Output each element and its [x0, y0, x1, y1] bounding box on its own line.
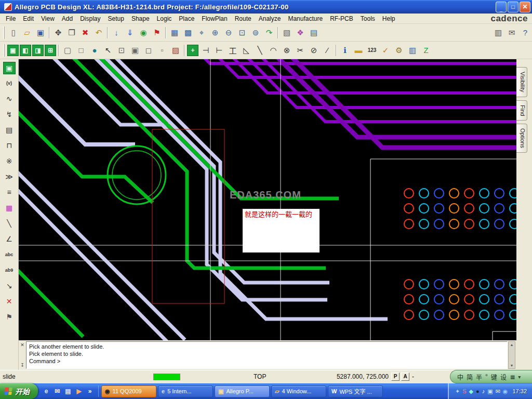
grid-toggle-icon[interactable]: ▦	[168, 26, 181, 39]
menu-logic[interactable]: Logic	[153, 14, 176, 23]
ime-button-简[interactable]: 简	[466, 373, 473, 381]
component-icon[interactable]: ⊓	[3, 139, 16, 152]
update-symbols-icon[interactable]: ⊞	[45, 45, 56, 56]
zoom-world-icon[interactable]: ⊚	[249, 26, 262, 39]
shape-frame-icon[interactable]: ⊡	[115, 44, 128, 57]
save-drawing-icon[interactable]: ▣	[34, 26, 47, 39]
anchor-pin-icon[interactable]: ⚑	[3, 310, 16, 324]
place-manual-icon[interactable]: ▣	[7, 45, 19, 56]
minimize-button[interactable]: _	[496, 2, 507, 12]
side-tab-visibility[interactable]: Visibility	[516, 67, 527, 97]
show-measure-icon[interactable]: ▬	[352, 44, 365, 57]
cross-section-icon[interactable]: ▤	[308, 26, 320, 39]
plot-icon[interactable]: ▥	[492, 26, 504, 39]
console-scrollbar[interactable]: ▲ ▼	[508, 341, 515, 369]
toolbar-grip[interactable]	[3, 26, 5, 39]
delete-icon[interactable]: ✖	[79, 26, 91, 39]
pick-mode-button[interactable]: P	[391, 373, 400, 381]
task-button[interactable]: e5 Intern...	[158, 385, 213, 397]
move-icon[interactable]: ✥	[52, 26, 64, 39]
menu-add[interactable]: Add	[58, 14, 76, 23]
zoom-points-icon[interactable]: ⌖	[195, 26, 208, 39]
outlook-icon[interactable]: ✉	[52, 387, 62, 396]
ripup-down-icon[interactable]: ↓	[110, 26, 123, 39]
add-rect-icon[interactable]: □	[75, 44, 87, 57]
circle-cut-icon[interactable]: ⊗	[281, 44, 293, 57]
new-drawing-icon[interactable]: ▯	[7, 26, 20, 39]
dimension-icon[interactable]: ∠	[3, 232, 16, 246]
tray-mail-icon[interactable]: ✉	[496, 388, 500, 395]
shape-edit-icon[interactable]: ▫	[156, 44, 168, 57]
add-connect-icon[interactable]: +	[187, 45, 198, 56]
command-console[interactable]: ✕ ↧ Pick another element to slide.Pick e…	[19, 340, 516, 370]
tray-volume-icon[interactable]: ♪	[482, 388, 485, 394]
zoom-fit-icon[interactable]: ⊡	[236, 26, 248, 39]
maximize-button[interactable]: □	[508, 2, 518, 12]
grid-snap-icon[interactable]: ▩	[182, 26, 194, 39]
text-ab9-icon[interactable]: ab9	[3, 263, 16, 277]
close-button[interactable]: ✕	[520, 2, 530, 12]
ime-button-设[interactable]: 设	[500, 373, 507, 381]
redo-icon[interactable]: ↷	[263, 26, 275, 39]
menu-shape[interactable]: Shape	[128, 14, 153, 23]
color-grid-icon[interactable]: ▦	[3, 201, 16, 215]
board-view-icon[interactable]: ▣	[3, 62, 16, 74]
open-drawing-icon[interactable]: ▱	[21, 26, 33, 39]
console-close-icon[interactable]: ✕	[20, 342, 24, 348]
layer-columns-icon[interactable]: ▥	[406, 44, 419, 57]
scroll-up-icon[interactable]: ▲	[510, 343, 514, 347]
undo-icon[interactable]: ↶	[92, 26, 105, 39]
console-pin-icon[interactable]: ↧	[20, 363, 24, 368]
add-circle-icon[interactable]: ●	[88, 44, 101, 57]
copy-icon[interactable]: ❐	[65, 26, 78, 39]
delete-tool-icon[interactable]: ✕	[3, 295, 16, 308]
menu-display[interactable]: Display	[76, 14, 104, 23]
show-desktop-icon[interactable]: ▤	[63, 387, 73, 396]
task-button[interactable]: ▱4 Window...	[271, 385, 326, 397]
thermal-relief-icon[interactable]: ▨	[169, 44, 182, 57]
add-rounded-rect-icon[interactable]: ▢	[61, 44, 74, 57]
via-keepout-icon[interactable]: ⊘	[308, 44, 320, 57]
scroll-down-icon[interactable]: ▼	[510, 364, 514, 367]
cut-trace-icon[interactable]: ✂	[294, 44, 307, 57]
tray-safety-icon[interactable]: ◉	[503, 388, 508, 395]
menu-rf-pcb[interactable]: RF-PCB	[326, 14, 357, 23]
color-dialog-icon[interactable]: ❖	[294, 26, 307, 39]
menu-setup[interactable]: Setup	[104, 14, 128, 23]
menu-help[interactable]: Help	[379, 14, 399, 23]
ime-button-°[interactable]: °	[485, 373, 488, 380]
place-quick-icon[interactable]: ◧	[20, 45, 31, 56]
console-output[interactable]: Pick another element to slide.Pick eleme…	[26, 341, 508, 369]
ime-language-bar[interactable]: 中简半°键设▦▾	[450, 370, 532, 383]
net-list-icon[interactable]: ≡	[3, 185, 16, 199]
menu-manufacture[interactable]: Manufacture	[284, 14, 326, 23]
shape-filled-icon[interactable]: ▣	[129, 44, 141, 57]
route-right-icon[interactable]: ⊢	[213, 44, 225, 57]
slant-line-icon[interactable]: ∕	[321, 44, 334, 57]
ratsnest-icon[interactable]: ※	[3, 154, 16, 168]
side-tab-find[interactable]: Find	[516, 100, 527, 121]
shape-void-icon[interactable]: ◻	[142, 44, 155, 57]
tray-network-icon[interactable]: ▣	[487, 388, 493, 395]
slide-route-icon[interactable]: ↘	[3, 279, 16, 292]
line-tool-icon[interactable]: ╲	[3, 217, 16, 230]
task-button[interactable]: WWPS 文字 ...	[328, 385, 383, 397]
tray-qq-icon[interactable]: ●	[476, 388, 480, 394]
toolbar-grip[interactable]	[3, 44, 5, 57]
menu-file[interactable]: File	[2, 14, 19, 23]
menu-place[interactable]: Place	[175, 14, 198, 23]
start-button[interactable]: 开始	[0, 383, 38, 399]
application-mode-button[interactable]: A	[401, 373, 409, 381]
ime-extra-icon[interactable]: ▾	[518, 374, 521, 380]
ime-button-半[interactable]: 半	[475, 373, 483, 381]
media-player-icon[interactable]: ▶	[74, 387, 84, 396]
select-cursor-icon[interactable]: ↖	[102, 44, 114, 57]
design-check-icon[interactable]: ✓	[379, 44, 392, 57]
task-button[interactable]: ◉11 QQ2009	[101, 385, 156, 397]
pin-ball-icon[interactable]: ◉	[137, 26, 150, 39]
menu-route[interactable]: Route	[231, 14, 255, 23]
menu-flowplan[interactable]: FlowPlan	[198, 14, 231, 23]
ime-button-中[interactable]: 中	[457, 373, 464, 381]
z-route-icon[interactable]: Z	[420, 44, 432, 57]
menu-analyze[interactable]: Analyze	[255, 14, 285, 23]
